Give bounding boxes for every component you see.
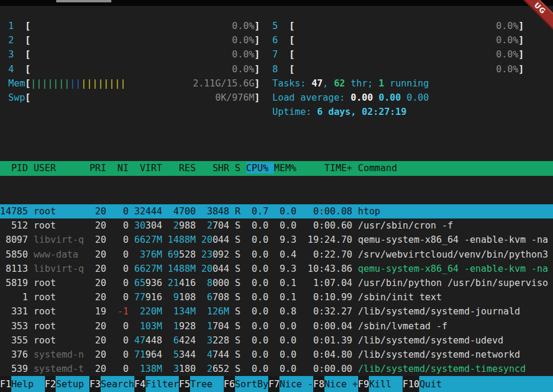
column-header-s[interactable]: S: [235, 162, 246, 173]
cell-res: 1488M: [168, 263, 201, 274]
fkey-label-quit[interactable]: Quit: [419, 376, 553, 392]
cell-time: 10:43.86: [302, 263, 358, 274]
fkey-f4[interactable]: F4: [134, 376, 146, 392]
cell-time: 0:22.70: [302, 249, 358, 260]
cell-res: 108: [179, 291, 201, 303]
cell-pid: 376: [0, 349, 34, 360]
memory-bar-cache: ||||||||: [81, 78, 126, 89]
fkey-f2[interactable]: F2: [45, 376, 56, 392]
fkey-f6[interactable]: F6: [224, 376, 235, 392]
process-row[interactable]: 1 root 20 0 77916 9108 6708 S 0.0 0.1 0:…: [0, 290, 553, 304]
fkey-label-kill[interactable]: Kill: [369, 376, 403, 392]
cpu-meter: 3 [ 0.0%]: [8, 47, 260, 62]
cell-state: S: [235, 363, 246, 374]
cell-user: www-data: [34, 249, 89, 260]
cell-pid: 8113: [0, 263, 34, 274]
cell-virt: 448: [146, 335, 168, 346]
cell-virt: 916: [146, 291, 168, 303]
load-average: Load average: 0.00 0.00 0.00: [272, 91, 524, 105]
fkey-f3[interactable]: F3: [89, 376, 101, 392]
cell-command: qemu-system-x86_64 -enable-kvm -na: [358, 263, 548, 274]
cell-virt: 71: [134, 349, 146, 360]
uptime-part: 6 days, 02:27:19: [317, 106, 407, 117]
cell-ni: 0: [112, 277, 134, 288]
cell-res: 4: [168, 205, 179, 217]
cell-res: 5: [168, 349, 179, 360]
cell-cpu-percent: 0.0: [246, 249, 274, 260]
fkey-label-search[interactable]: Search: [101, 376, 134, 392]
cell-mem-percent: 0.0: [274, 363, 302, 374]
process-row[interactable]: 376 systemd-n 20 0 71964 5344 4744 S 0.0…: [0, 348, 553, 362]
cell-res: 988: [179, 220, 201, 231]
cell-ni: 0: [112, 363, 134, 374]
cell-user: root: [34, 277, 89, 288]
cell-res: 424: [179, 335, 201, 346]
cell-pri: 20: [89, 291, 112, 303]
cpu-meter: 2 [ 0.0%]: [8, 33, 260, 47]
process-row[interactable]: 8097 libvirt-q 20 0 6627M 1488M 20044 S …: [0, 233, 553, 247]
fkey-label-nice[interactable]: Nice +: [324, 376, 358, 392]
cell-res: 2: [168, 220, 179, 231]
cpu-meter-value: 0.0%: [295, 63, 519, 75]
fkey-label-tree[interactable]: Tree: [190, 376, 224, 392]
process-row[interactable]: 512 root 20 0 30304 2988 2704 S 0.0 0.0 …: [0, 219, 553, 233]
cell-pri: 20: [89, 335, 112, 346]
cell-virt: 47: [134, 335, 146, 346]
process-row[interactable]: 8113 libvirt-q 20 0 6627M 1488M 20044 S …: [0, 262, 553, 276]
cell-shr: 2: [201, 363, 213, 374]
fkey-f5[interactable]: F5: [179, 376, 190, 392]
meter-bracket: [: [289, 20, 294, 31]
cell-user: root: [34, 320, 89, 332]
fkey-label-setup[interactable]: Setup: [56, 376, 89, 392]
fkey-f9[interactable]: F9: [358, 376, 369, 392]
cell-user: root: [34, 335, 89, 346]
cell-mem-percent: 9.3: [274, 263, 302, 274]
cell-res: 21: [168, 277, 179, 288]
column-header-shr[interactable]: SHR: [201, 162, 235, 173]
fkey-label-help[interactable]: Help: [11, 376, 45, 392]
column-header-command[interactable]: Command: [358, 162, 397, 173]
cell-mem-percent: 0.0: [274, 220, 302, 231]
cell-shr: 848: [213, 205, 235, 217]
column-header-ni[interactable]: NI: [112, 162, 134, 173]
process-row[interactable]: 353 root 20 0 103M 1928 1704 S 0.0 0.0 0…: [0, 319, 553, 333]
column-header-virt[interactable]: VIRT: [134, 162, 168, 173]
column-header-res[interactable]: RES: [168, 162, 201, 173]
column-header-mem[interactable]: MEM%: [274, 162, 302, 173]
cell-time: 0:00.60: [302, 220, 358, 231]
process-row[interactable]: 5850 www-data 20 0 376M 69528 23092 S 0.…: [0, 248, 553, 262]
fkey-f10[interactable]: F10: [403, 376, 419, 392]
column-header-pid[interactable]: PID: [0, 162, 34, 173]
cell-res: 9: [168, 291, 179, 303]
column-header-cpu[interactable]: CPU%: [246, 162, 274, 173]
cell-pid: 5819: [0, 277, 34, 288]
process-row[interactable]: 355 root 20 0 47448 6424 3228 S 0.0 0.0 …: [0, 333, 553, 348]
cell-virt: 6627M: [134, 263, 168, 274]
process-row-selected[interactable]: 14785 root 20 0 32444 4700 3848 R 0.7 0.…: [0, 204, 553, 219]
column-header-user[interactable]: USER: [34, 162, 89, 173]
fkey-label-nice[interactable]: Nice -: [279, 376, 313, 392]
cell-virt: 77: [134, 291, 146, 303]
cell-virt: 444: [146, 205, 168, 217]
fkey-f1[interactable]: F1: [0, 376, 11, 392]
fkey-label-sortby[interactable]: SortBy: [235, 376, 269, 392]
process-row[interactable]: 331 root 19 -1 220M 134M 126M S 0.0 0.8 …: [0, 304, 553, 319]
fkey-f7[interactable]: F7: [268, 376, 279, 392]
cell-ni: -1: [112, 306, 134, 317]
cell-shr: 652: [213, 363, 235, 374]
cell-pri: 19: [89, 306, 112, 317]
fkey-f8[interactable]: F8: [313, 376, 324, 392]
cell-pri: 20: [89, 277, 112, 288]
process-row[interactable]: 5819 root 20 0 65936 21416 8000 S 0.0 0.…: [0, 276, 553, 290]
column-header-pri[interactable]: PRI: [89, 162, 112, 173]
cell-ni: 0: [112, 291, 134, 303]
column-header-time[interactable]: TIME+: [302, 162, 358, 173]
cell-mem-percent: 9.3: [274, 234, 302, 245]
cell-time: 0:10.99: [302, 291, 358, 303]
fkey-label-filter[interactable]: Filter: [146, 376, 179, 392]
cell-state: S: [235, 263, 246, 274]
cell-shr: 228: [213, 335, 235, 346]
process-row[interactable]: 539 systemd-t 20 0 138M 3180 2652 S 0.0 …: [0, 362, 553, 376]
cell-mem-percent: 0.0: [274, 320, 302, 332]
cell-pid: 14785: [0, 205, 34, 217]
